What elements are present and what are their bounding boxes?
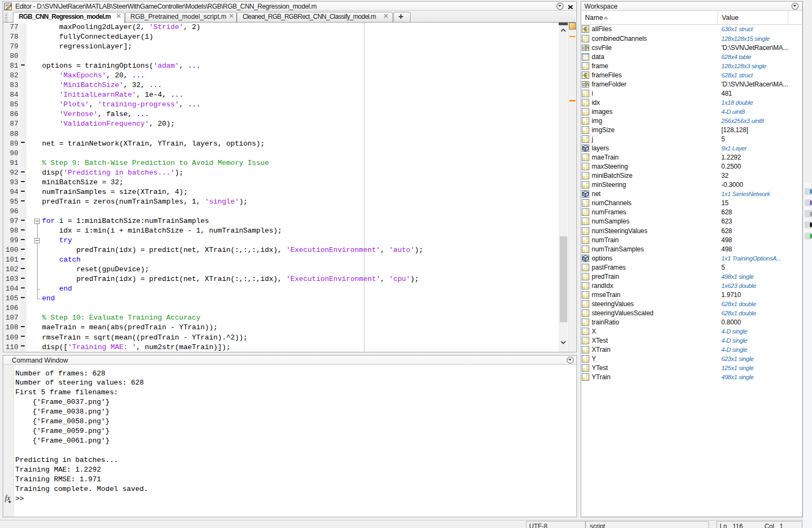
svg-text:h: h xyxy=(586,45,589,50)
svg-text:h: h xyxy=(586,81,589,86)
